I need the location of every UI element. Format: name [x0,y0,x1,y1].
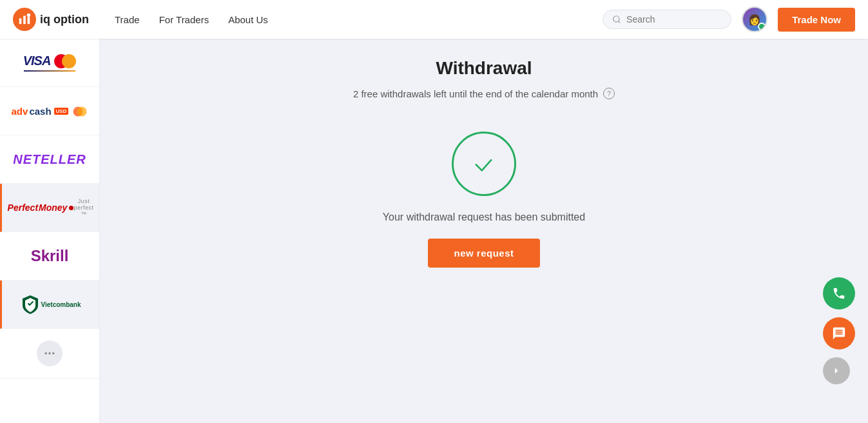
arrow-right-icon [831,365,842,377]
floating-buttons [823,277,855,384]
avatar-online-badge [758,23,766,30]
svg-rect-0 [19,18,22,24]
main-content: VISA adv cash USD [0,39,868,423]
svg-point-7 [45,352,47,354]
mc-yellow-circle [62,54,76,68]
search-box[interactable] [603,10,731,29]
success-message: Your withdrawal request has been submitt… [383,212,585,223]
logo-text: iq option [40,13,89,26]
trade-now-button[interactable]: Trade Now [778,8,855,32]
success-card: Your withdrawal request has been submitt… [383,132,585,268]
visa-mc-logo: VISA [23,54,77,72]
cash-text: cash [29,106,51,117]
mastercard-icon [54,54,76,68]
free-withdrawals-text: 2 free withdrawals left until the end of… [353,88,598,99]
sidebar-item-more[interactable] [0,329,99,379]
page-title: Withdrawal [436,58,532,79]
sidebar-item-visa-mc[interactable]: VISA [0,39,99,87]
nav-for-traders[interactable]: For Traders [159,14,209,25]
pm-dot [69,206,73,210]
perfect-text: Perfect [8,202,38,213]
free-withdrawals-info: 2 free withdrawals left until the end of… [353,88,615,99]
info-icon[interactable]: ? [603,88,615,99]
sidebar-item-vietcombank[interactable]: Vietcombank [0,280,99,329]
skrill-text: Skrill [31,247,69,265]
nav-about-us[interactable]: About Us [228,14,268,25]
navbar-right: 👩 Trade Now [603,6,855,32]
main-nav: Trade For Traders About Us [115,14,603,25]
sidebar-item-perfect-money[interactable]: Perfect Money Just perfect ™ [0,184,99,232]
checkmark-icon [469,150,498,179]
sidebar-item-advcash[interactable]: adv cash USD [0,87,99,135]
pm-subtitle: Just perfect ™ [73,198,93,217]
more-icon [37,340,63,366]
chat-support-button[interactable] [823,317,855,349]
search-input[interactable] [626,14,722,25]
avatar[interactable]: 👩 [742,6,767,32]
payment-sidebar: VISA adv cash USD [0,39,100,423]
sidebar-item-skrill[interactable]: Skrill [0,232,99,280]
new-request-button[interactable]: new request [428,239,539,268]
advcash-icon [68,106,88,117]
search-icon [612,14,621,25]
content-area: Withdrawal 2 free withdrawals left until… [100,39,868,423]
usd-badge: USD [54,108,69,115]
more-placeholder-icon [43,347,56,360]
svg-point-9 [52,352,54,354]
visa-text: VISA [23,54,51,68]
navbar: iq option Trade For Traders About Us 👩 T… [0,0,868,39]
skrill-logo: Skrill [31,247,69,265]
phone-support-button[interactable] [823,277,855,310]
scroll-button[interactable] [823,357,850,384]
svg-rect-3 [28,17,30,24]
neteller-text: NETELLER [13,152,86,167]
perfect-money-logo: Perfect Money Just perfect ™ [12,198,90,217]
visa-line [24,70,75,72]
svg-point-6 [77,107,87,117]
vcb-shield-icon [20,294,41,315]
svg-rect-1 [23,16,26,25]
success-circle [452,132,516,196]
sidebar-item-neteller[interactable]: NETELLER [0,135,99,184]
svg-point-8 [48,352,50,354]
logo[interactable]: iq option [13,8,89,31]
nav-trade[interactable]: Trade [115,14,140,25]
phone-icon [832,286,846,300]
money-text: Money [39,202,67,213]
svg-point-2 [27,14,30,17]
logo-svg [17,12,32,26]
logo-icon [13,8,36,31]
vietcombank-logo: Vietcombank [20,294,81,315]
advcash-logo: adv cash USD [12,104,88,117]
chat-icon [832,326,846,340]
vietcombank-text: Vietcombank [41,301,81,308]
neteller-logo: NETELLER [13,152,86,167]
adv-text: adv [12,106,28,117]
svg-point-4 [613,16,619,22]
